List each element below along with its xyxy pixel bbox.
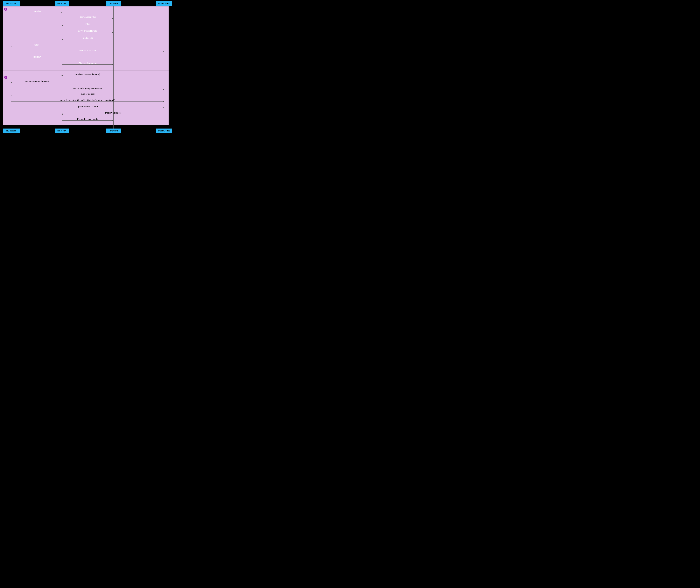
zone-2: 2 bbox=[3, 71, 169, 125]
participant-tis-top: TIS section bbox=[3, 1, 20, 6]
lifeline-hal bbox=[113, 6, 114, 129]
participant-hal-top: Tuner HAL bbox=[106, 1, 121, 6]
participant-codec-bottom: MediaCodec bbox=[156, 129, 172, 133]
msg-queue: queueRequest.queue bbox=[11, 108, 164, 108]
participant-tis-bottom: TIS section bbox=[3, 129, 20, 133]
participant-api-top: Tuner API bbox=[55, 1, 69, 6]
msg-ifilter-configure-start: IFilter.configure/start bbox=[62, 64, 113, 65]
zone-1-badge: 1 bbox=[4, 8, 7, 11]
msg-destroycallback: DestroyCallback bbox=[62, 114, 164, 114]
participant-codec-top: MediaCodec bbox=[156, 1, 172, 6]
lifeline-codec bbox=[164, 6, 164, 129]
zone-2-badge: 2 bbox=[4, 76, 7, 79]
msg-filter-start: Filter.start bbox=[11, 58, 62, 58]
msg-mediacodec-start: MediaCodec.start bbox=[11, 52, 164, 52]
sequence-diagram: 1 2 TIS section Tuner API Tuner HAL Medi… bbox=[0, 0, 174, 134]
participant-hal-bottom: Tuner HAL bbox=[106, 129, 121, 133]
msg-setlinearblock: queueRequest.setLinearBlock(MediaEvent.g… bbox=[11, 101, 164, 102]
msg-releaseavhandle: IFilter.releaseAvHandle bbox=[62, 120, 113, 121]
participant-api-bottom: Tuner API bbox=[55, 129, 69, 133]
